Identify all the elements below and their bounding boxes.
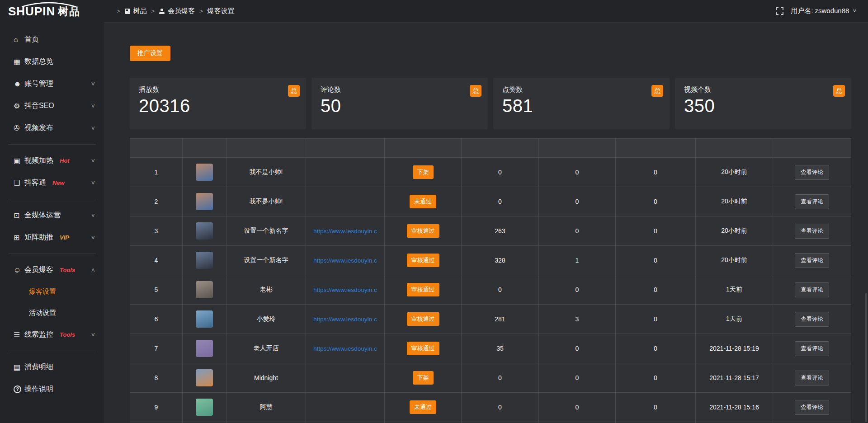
table-header-cell <box>306 139 385 158</box>
view-comments-button[interactable]: 查看评论 <box>795 312 829 327</box>
breadcrumb-icon <box>125 9 130 14</box>
cell-link <box>306 393 385 422</box>
breadcrumb-label: 爆客设置 <box>208 7 235 15</box>
sidebar-item-account-manage[interactable]: ☻ 账号管理 ˅ <box>0 73 104 95</box>
table-row: 3 设置一个新名字 https://www.iesdouyin.c 审核通过 2… <box>130 216 851 246</box>
sidebar-item-video-publish[interactable]: ✇ 视频发布 ˅ <box>0 117 104 139</box>
cell-plays: 328 <box>462 246 539 275</box>
view-comments-button[interactable]: 查看评论 <box>795 194 829 209</box>
cell-comments: 0 <box>616 393 696 422</box>
caret-down-icon[interactable]: ˅ <box>853 8 856 14</box>
sidebar-item-consume-detail[interactable]: ▤ 消费明细 <box>0 356 104 378</box>
sidebar-item-douketong[interactable]: ❏ 抖客通 New ˅ <box>0 172 104 194</box>
table-row: 2 我不是小帅! 未通过 0 0 0 20小时前 查看评论 <box>130 187 851 216</box>
video-link[interactable]: https://www.iesdouyin.c <box>313 228 377 235</box>
stat-value: 350 <box>684 96 842 116</box>
stat-value: 20316 <box>139 96 297 116</box>
breadcrumb-item-shupin[interactable]: > 树品 <box>117 7 147 15</box>
cell-link: https://www.iesdouyin.c <box>306 275 385 305</box>
username[interactable]: 用户名: zswodun88 <box>791 7 849 15</box>
sidebar-item-video-heat[interactable]: ▣ 视频加热 Hot ˅ <box>0 150 104 172</box>
cell-action: 查看评论 <box>773 158 851 187</box>
sidebar-item-icon: ⌂ <box>14 36 24 44</box>
stat-label: 评论数 <box>321 85 479 94</box>
sidebar-item-member-baoke[interactable]: ☺ 会员爆客 Tools ˄ <box>0 259 104 281</box>
cell-time: 1天前 <box>696 305 773 334</box>
cell-action: 查看评论 <box>773 216 851 246</box>
sidebar-item-icon: ❏ <box>14 179 24 187</box>
view-comments-button[interactable]: 查看评论 <box>795 371 829 385</box>
cell-id: 4 <box>130 246 183 275</box>
sidebar-item-label: 会员爆客 <box>24 265 53 275</box>
sidebar-item-label: 爆客设置 <box>29 287 56 296</box>
cell-plays: 281 <box>462 305 539 334</box>
promo-settings-button[interactable]: 推广设置 <box>130 46 170 61</box>
scrollbar-thumb[interactable] <box>865 293 867 422</box>
cell-id: 7 <box>130 334 183 363</box>
avatar <box>196 399 213 416</box>
video-link[interactable]: https://www.iesdouyin.c <box>313 316 377 323</box>
cell-id: 9 <box>130 393 183 422</box>
table-header-cell <box>226 139 306 158</box>
status-badge: 未通过 <box>410 195 436 208</box>
breadcrumb-item-baoke-settings[interactable]: > 爆客设置 <box>199 7 235 15</box>
status-badge: 审核通过 <box>407 224 439 238</box>
main-content: 推广设置 播放数 20316 总 评论数 50 总 点赞数 581 总 视频个数… <box>104 23 868 423</box>
total-badge: 总 <box>288 85 300 97</box>
sidebar-item-activity-settings[interactable]: 活动设置 <box>0 302 104 324</box>
cell-id: 3 <box>130 216 183 246</box>
cell-nickname: 我不是小帅! <box>226 158 306 187</box>
sidebar-item-home[interactable]: ⌂ 首页 <box>0 28 104 51</box>
breadcrumb-item-member-baoke[interactable]: > 会员爆客 <box>151 7 195 15</box>
cell-time: 2021-11-28 15:19 <box>696 334 773 363</box>
fullscreen-icon[interactable] <box>776 7 783 15</box>
cell-comments: 0 <box>616 158 696 187</box>
cell-link <box>306 363 385 393</box>
breadcrumb-separator: > <box>199 8 203 14</box>
sidebar-item-icon: ⊞ <box>14 233 24 242</box>
sidebar-item-media-operation[interactable]: ⊡ 全媒体运营 ˅ <box>0 204 104 226</box>
sidebar-item-data-overview[interactable]: ▦ 数据总览 <box>0 51 104 73</box>
video-link[interactable]: https://www.iesdouyin.c <box>313 257 377 264</box>
view-comments-button[interactable]: 查看评论 <box>795 224 829 239</box>
sidebar-item-douyin-seo[interactable]: ⚙ 抖音SEO ˅ <box>0 95 104 117</box>
cell-link: https://www.iesdouyin.c <box>306 305 385 334</box>
cell-time: 20小时前 <box>696 158 773 187</box>
cell-link <box>306 187 385 216</box>
view-comments-button[interactable]: 查看评论 <box>795 165 829 180</box>
table-row: 9 阿慧 未通过 0 0 0 2021-11-28 15:16 查看评论 <box>130 393 851 422</box>
cell-action: 查看评论 <box>773 334 851 363</box>
cell-id: 2 <box>130 187 183 216</box>
sidebar-item-label: 账号管理 <box>24 79 53 89</box>
cell-likes: 0 <box>539 334 616 363</box>
table-body: 1 我不是小帅! 下架 0 0 0 20小时前 查看评论 2 我不是小帅! 未通… <box>130 158 851 423</box>
cell-plays: 0 <box>462 275 539 305</box>
video-link[interactable]: https://www.iesdouyin.c <box>313 345 377 352</box>
view-comments-button[interactable]: 查看评论 <box>795 341 829 356</box>
sidebar-item-clue-monitor[interactable]: ☰ 线索监控 Tools ˅ <box>0 324 104 346</box>
sidebar-item-icon: ⊡ <box>14 211 24 220</box>
video-link[interactable]: https://www.iesdouyin.c <box>313 287 377 293</box>
sidebar-item-icon: ▤ <box>14 363 24 371</box>
chevron-icon: ˅ <box>91 234 95 241</box>
view-comments-button[interactable]: 查看评论 <box>795 400 829 415</box>
sidebar-item-label: 矩阵助推 <box>24 233 53 242</box>
cell-likes: 0 <box>539 363 616 393</box>
sidebar-item-matrix-boost[interactable]: ⊞ 矩阵助推 VIP ˅ <box>0 226 104 249</box>
view-comments-button[interactable]: 查看评论 <box>795 253 829 268</box>
cell-status: 审核通过 <box>385 275 462 305</box>
cell-avatar <box>183 216 226 246</box>
view-comments-button[interactable]: 查看评论 <box>795 282 829 297</box>
avatar <box>196 369 213 386</box>
cell-avatar <box>183 363 226 393</box>
cell-nickname: 老彬 <box>226 275 306 305</box>
table-row: 7 老人开店 https://www.iesdouyin.c 审核通过 35 0… <box>130 334 851 363</box>
sidebar-item-operation-guide[interactable]: ? 操作说明 <box>0 378 104 400</box>
breadcrumb-label: 会员爆客 <box>168 7 195 15</box>
sidebar-item-baoke-settings[interactable]: 爆客设置 <box>0 281 104 302</box>
stat-card-videos: 视频个数 350 总 <box>675 78 851 129</box>
status-badge: 下架 <box>413 371 434 385</box>
stat-value: 50 <box>321 96 479 116</box>
sidebar-item-label: 抖音SEO <box>24 101 54 111</box>
cell-status: 下架 <box>385 158 462 187</box>
